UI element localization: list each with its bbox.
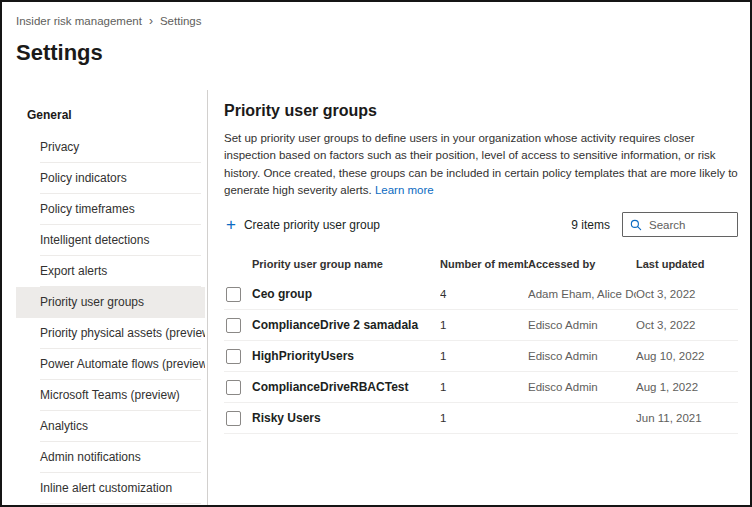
cell-accessed-by: Adam Eham, Alice Doe <box>528 288 636 300</box>
cell-members: 4 <box>440 288 528 300</box>
search-box[interactable] <box>622 212 738 237</box>
row-checkbox[interactable] <box>226 380 241 395</box>
settings-page: Insider risk management › Settings Setti… <box>0 0 752 507</box>
column-header-number-of-members[interactable]: Number of memb… <box>440 258 528 270</box>
column-header-group-name[interactable]: Priority user group name <box>252 258 440 270</box>
table-header-row: Priority user group name Number of memb…… <box>224 249 738 279</box>
content-area: General Privacy Policy indicators Policy… <box>2 90 750 505</box>
breadcrumb: Insider risk management › Settings <box>16 15 734 27</box>
row-checkbox[interactable] <box>226 411 241 426</box>
breadcrumb-item-insider-risk-management[interactable]: Insider risk management <box>16 15 142 27</box>
cell-group-name: ComplianceDriveRBACTest <box>252 380 440 394</box>
breadcrumb-item-settings[interactable]: Settings <box>160 15 202 27</box>
sidebar-item-priority-user-groups[interactable]: Priority user groups <box>16 287 205 318</box>
sidebar-item-power-automate-flows[interactable]: Power Automate flows (preview) <box>16 349 205 380</box>
sidebar-item-analytics[interactable]: Analytics <box>16 411 205 442</box>
items-count: 9 items <box>571 218 622 232</box>
cell-accessed-by: Edisco Admin <box>528 319 636 331</box>
section-heading: Priority user groups <box>224 102 738 120</box>
search-icon <box>630 219 642 231</box>
cell-accessed-by: Edisco Admin <box>528 381 636 393</box>
toolbar: + Create priority user group 9 items <box>224 212 738 237</box>
sidebar-item-policy-indicators[interactable]: Policy indicators <box>16 163 205 194</box>
cell-last-updated: Jun 11, 2021 <box>636 412 738 424</box>
cell-members: 1 <box>440 319 528 331</box>
cell-group-name: HighPriorityUsers <box>252 349 440 363</box>
column-header-accessed-by[interactable]: Accessed by <box>528 258 636 270</box>
page-title: Settings <box>16 40 734 66</box>
cell-group-name: Ceo group <box>252 287 440 301</box>
column-header-last-updated[interactable]: Last updated <box>636 258 738 270</box>
table-row[interactable]: HighPriorityUsers 1 Edisco Admin Aug 10,… <box>224 341 738 372</box>
cell-members: 1 <box>440 412 528 424</box>
sidebar-item-microsoft-teams[interactable]: Microsoft Teams (preview) <box>16 380 205 411</box>
sidebar-item-admin-notifications[interactable]: Admin notifications <box>16 442 205 473</box>
row-checkbox[interactable] <box>226 287 241 302</box>
page-header: Insider risk management › Settings Setti… <box>2 2 750 66</box>
create-button-label: Create priority user group <box>244 218 380 232</box>
cell-members: 1 <box>440 381 528 393</box>
priority-user-groups-table: Priority user group name Number of memb…… <box>224 249 738 434</box>
table-row[interactable]: ComplianceDriveRBACTest 1 Edisco Admin A… <box>224 372 738 403</box>
cell-accessed-by: Edisco Admin <box>528 350 636 362</box>
row-checkbox[interactable] <box>226 349 241 364</box>
table-body: Ceo group 4 Adam Eham, Alice Doe Oct 3, … <box>224 279 738 434</box>
cell-last-updated: Oct 3, 2022 <box>636 288 738 300</box>
sidebar-item-privacy[interactable]: Privacy <box>16 132 205 163</box>
table-row[interactable]: Ceo group 4 Adam Eham, Alice Doe Oct 3, … <box>224 279 738 310</box>
sidebar-section-general: General <box>16 104 207 132</box>
cell-group-name: ComplianceDrive 2 samadala <box>252 318 440 332</box>
learn-more-link[interactable]: Learn more <box>375 184 434 196</box>
cell-last-updated: Aug 1, 2022 <box>636 381 738 393</box>
sidebar-item-inline-alert-customization[interactable]: Inline alert customization <box>16 473 205 504</box>
sidebar-item-priority-physical-assets[interactable]: Priority physical assets (preview) <box>16 318 205 349</box>
section-description: Set up priority user groups to define us… <box>224 130 738 199</box>
description-text: Set up priority user groups to define us… <box>224 132 738 196</box>
sidebar-item-export-alerts[interactable]: Export alerts <box>16 256 205 287</box>
breadcrumb-chevron-icon: › <box>149 15 153 27</box>
cell-last-updated: Oct 3, 2022 <box>636 319 738 331</box>
row-checkbox[interactable] <box>226 318 241 333</box>
sidebar-item-policy-timeframes[interactable]: Policy timeframes <box>16 194 205 225</box>
sidebar-item-intelligent-detections[interactable]: Intelligent detections <box>16 225 205 256</box>
create-priority-user-group-button[interactable]: + Create priority user group <box>226 216 380 233</box>
main-panel: Priority user groups Set up priority use… <box>208 90 750 505</box>
table-row[interactable]: ComplianceDrive 2 samadala 1 Edisco Admi… <box>224 310 738 341</box>
cell-last-updated: Aug 10, 2022 <box>636 350 738 362</box>
search-input[interactable] <box>647 218 733 232</box>
cell-group-name: Risky Users <box>252 411 440 425</box>
sidebar-nav-list: Privacy Policy indicators Policy timefra… <box>16 132 205 504</box>
plus-icon: + <box>226 216 236 233</box>
table-row[interactable]: Risky Users 1 Jun 11, 2021 <box>224 403 738 434</box>
settings-sidebar: General Privacy Policy indicators Policy… <box>2 90 208 505</box>
cell-members: 1 <box>440 350 528 362</box>
